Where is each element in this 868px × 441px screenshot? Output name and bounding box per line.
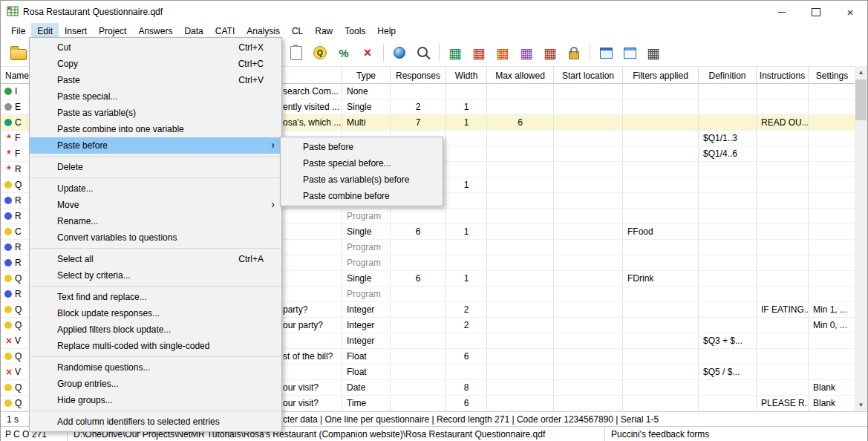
entry-type-icon xyxy=(4,181,12,189)
menu-item-replace-multi-coded-with-single-coded[interactable]: Replace multi-coded with single-coded xyxy=(30,338,281,354)
table-arrow-icon[interactable]: ▦ xyxy=(493,43,512,62)
cell-filters-applied xyxy=(623,365,699,380)
cell-definition: $Q1/4..6 xyxy=(699,146,757,162)
percent-icon[interactable]: % xyxy=(334,43,353,62)
cell-instructions xyxy=(757,193,809,209)
cell-instructions xyxy=(757,240,809,255)
cut-icon[interactable]: × xyxy=(358,43,377,62)
entry-name-letter: R xyxy=(15,164,22,174)
cell-start-location xyxy=(554,99,623,115)
menu-item-move[interactable]: Move› xyxy=(30,197,281,213)
menubar-item-file[interactable]: File xyxy=(5,23,31,39)
column-header-filters-applied[interactable]: Filters applied xyxy=(623,67,699,84)
minimize-button[interactable] xyxy=(765,1,799,23)
vertical-scrollbar[interactable]: ▲ ▼ xyxy=(855,66,867,411)
close-button[interactable]: × xyxy=(833,1,867,23)
cell-definition xyxy=(699,99,757,115)
column-header-responses[interactable]: Responses xyxy=(391,67,446,84)
menu-item-delete[interactable]: Delete xyxy=(30,159,281,175)
open-folder-icon[interactable] xyxy=(9,43,28,62)
table-insert-icon[interactable]: ▦ xyxy=(541,43,560,62)
menu-item-cut[interactable]: CutCtrl+X xyxy=(30,39,281,56)
cell-max-allowed xyxy=(487,380,554,396)
menu-item-update[interactable]: Update... xyxy=(30,180,281,197)
menu-item-text-find-and-replace[interactable]: Text find and replace... xyxy=(30,289,281,305)
cell-settings: Blank xyxy=(809,396,856,411)
cell-instructions: READ OU... xyxy=(757,115,809,131)
lock-icon[interactable] xyxy=(564,43,584,62)
menu-item-paste[interactable]: PasteCtrl+V xyxy=(30,72,281,88)
cell-width: 8 xyxy=(446,380,487,396)
scroll-up-arrow-icon[interactable]: ▲ xyxy=(855,66,867,79)
project-description: Puccini's feedback forms xyxy=(605,427,867,441)
cell-settings xyxy=(809,84,856,99)
cell-instructions xyxy=(757,146,809,162)
zoom-icon[interactable] xyxy=(414,43,433,62)
entry-name-fragment: our visit? xyxy=(283,380,319,395)
menu-item-paste-combine-into-one-variable[interactable]: Paste combine into one variable xyxy=(30,121,281,137)
scroll-down-arrow-icon[interactable]: ▼ xyxy=(855,399,867,411)
submenu-item-paste-special-before[interactable]: Paste special before... xyxy=(281,155,443,172)
menu-item-paste-as-variable-s[interactable]: Paste as variable(s) xyxy=(30,105,281,121)
cell-settings xyxy=(809,115,856,131)
column-header-start-location[interactable]: Start location xyxy=(554,67,623,84)
menubar-item-help[interactable]: Help xyxy=(371,23,402,39)
menu-item-group-entries[interactable]: Group entries... xyxy=(30,376,281,392)
column-header-max-allowed[interactable]: Max allowed xyxy=(487,67,554,84)
cell-start-location xyxy=(554,224,623,240)
table-colors-icon[interactable]: ▦ xyxy=(517,43,536,62)
menu-item-applied-filters-block-update[interactable]: Applied filters block update... xyxy=(30,321,281,338)
cell-max-allowed: 6 xyxy=(487,115,554,131)
cell-width: 2 xyxy=(446,318,487,333)
cell-width xyxy=(446,209,487,224)
column-header-type[interactable]: Type xyxy=(342,67,391,84)
menubar-item-raw[interactable]: Raw xyxy=(309,23,339,39)
verify-table-icon[interactable]: ▦ xyxy=(446,43,465,62)
find-question-icon[interactable]: Q xyxy=(310,43,330,62)
menu-item-paste-special[interactable]: Paste special... xyxy=(30,88,281,105)
menubar-item-tools[interactable]: Tools xyxy=(339,23,371,39)
globe-icon[interactable] xyxy=(390,43,409,62)
window-icon[interactable] xyxy=(596,43,616,62)
submenu-item-paste-as-variable-s-before[interactable]: Paste as variable(s) before xyxy=(281,172,443,188)
menu-item-rename[interactable]: Rename... xyxy=(30,213,281,229)
app-icon[interactable] xyxy=(7,5,19,19)
cell-responses xyxy=(391,287,446,302)
cell-filters-applied xyxy=(623,193,699,209)
paste-icon[interactable] xyxy=(287,43,306,62)
column-header-instructions[interactable]: Instructions xyxy=(757,67,809,84)
column-header-width[interactable]: Width xyxy=(446,67,487,84)
scrollbar-thumb[interactable] xyxy=(855,79,867,120)
entry-type-icon xyxy=(4,399,12,407)
menu-item-hide-groups[interactable]: Hide groups... xyxy=(30,392,281,408)
maximize-button[interactable] xyxy=(799,1,833,23)
grid-icon[interactable]: ▦ xyxy=(644,43,663,62)
cell-filters-applied xyxy=(623,318,699,333)
table-red-icon[interactable]: ▦ xyxy=(469,43,489,62)
menu-item-paste-before[interactable]: Paste before› xyxy=(30,137,281,154)
menu-item-block-update-responses[interactable]: Block update responses... xyxy=(30,305,281,321)
entry-type-icon xyxy=(4,306,12,313)
menu-separator xyxy=(30,411,281,411)
entry-name-letter: V xyxy=(15,367,21,377)
menu-item-add-column-identifiers-to-selected-entries[interactable]: Add column identifiers to selected entri… xyxy=(30,414,281,430)
window-alt-icon[interactable] xyxy=(620,43,639,62)
entry-name-letter: Q xyxy=(15,351,22,362)
column-header-settings[interactable]: Settings xyxy=(809,67,856,84)
menu-item-label: Paste xyxy=(57,75,80,85)
menu-item-copy[interactable]: CopyCtrl+C xyxy=(30,56,281,72)
column-header-definition[interactable]: Definition xyxy=(699,67,757,84)
cell-definition xyxy=(699,240,757,255)
menu-item-randomise-questions[interactable]: Randomise questions... xyxy=(30,359,281,376)
entry-type-icon xyxy=(4,212,12,220)
entry-name-fragment: st of the bill? xyxy=(283,349,333,364)
menubar-item-cl[interactable]: CL xyxy=(286,23,309,39)
cell-responses xyxy=(391,333,446,349)
menu-item-select-by-criteria[interactable]: Select by criteria... xyxy=(30,267,281,284)
menu-item-select-all[interactable]: Select allCtrl+A xyxy=(30,251,281,267)
menu-shortcut: Ctrl+A xyxy=(238,251,264,267)
cell-instructions xyxy=(757,162,809,177)
submenu-item-paste-combine-before[interactable]: Paste combine before xyxy=(281,188,443,204)
submenu-item-paste-before[interactable]: Paste before xyxy=(281,139,443,155)
menu-item-convert-variables-to-questions[interactable]: Convert variables to questions xyxy=(30,229,281,246)
